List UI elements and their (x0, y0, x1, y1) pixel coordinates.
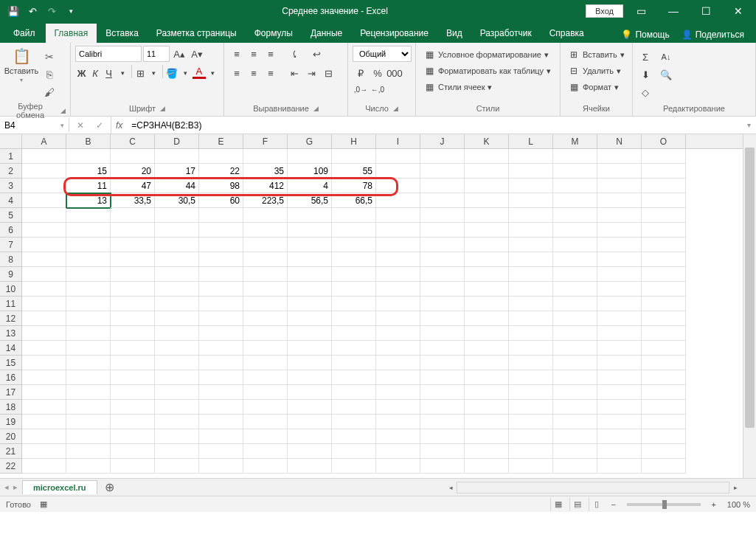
cell[interactable] (465, 326, 509, 341)
cell[interactable] (465, 370, 509, 385)
cell[interactable] (553, 297, 597, 311)
cell[interactable] (288, 282, 332, 297)
cell[interactable] (420, 400, 465, 415)
tab-insert[interactable]: Вставка (97, 24, 148, 43)
row-header[interactable]: 3 (0, 179, 21, 193)
cell[interactable] (465, 149, 509, 164)
cell[interactable] (597, 149, 642, 164)
column-header[interactable]: G (288, 134, 332, 148)
cell[interactable] (420, 385, 465, 400)
cell[interactable] (376, 444, 420, 459)
cell[interactable] (288, 238, 332, 252)
column-header[interactable]: A (22, 134, 66, 148)
tab-developer[interactable]: Разработчик (471, 24, 541, 43)
tab-data[interactable]: Данные (302, 24, 351, 43)
cell[interactable] (420, 282, 465, 297)
cell[interactable] (376, 193, 420, 208)
cell[interactable] (66, 267, 111, 282)
cell[interactable] (66, 385, 111, 400)
row-header[interactable]: 18 (0, 400, 21, 415)
cell[interactable] (376, 149, 420, 164)
cell[interactable] (642, 459, 686, 474)
column-header[interactable]: I (376, 134, 420, 148)
cell[interactable] (420, 267, 465, 282)
cell[interactable] (332, 208, 376, 223)
cell[interactable] (155, 326, 199, 341)
cell[interactable] (465, 341, 509, 356)
cell[interactable] (509, 444, 553, 459)
macro-record-icon[interactable]: ▦ (40, 499, 47, 509)
cell[interactable] (509, 326, 553, 341)
cell[interactable] (22, 149, 66, 164)
cell[interactable] (332, 459, 376, 474)
cell[interactable] (376, 252, 420, 267)
cell[interactable] (288, 400, 332, 415)
cell[interactable] (288, 326, 332, 341)
sheet-tab[interactable]: microexcel.ru (22, 480, 97, 494)
cell[interactable]: 35 (243, 164, 288, 179)
cell[interactable] (199, 311, 243, 326)
cell[interactable] (155, 223, 199, 238)
cell[interactable] (22, 356, 66, 370)
increase-decimal-icon[interactable]: ,0→ (353, 81, 369, 97)
cell[interactable] (332, 370, 376, 385)
merge-icon[interactable]: ⊟ (320, 65, 336, 81)
cell[interactable] (597, 341, 642, 356)
cell[interactable] (111, 267, 155, 282)
cell[interactable] (553, 326, 597, 341)
increase-indent-icon[interactable]: ⇥ (303, 65, 319, 81)
hscroll-left-icon[interactable]: ◂ (445, 482, 457, 493)
cell[interactable] (376, 267, 420, 282)
cell[interactable] (199, 356, 243, 370)
cell[interactable] (111, 370, 155, 385)
cell[interactable] (597, 238, 642, 252)
cell[interactable] (155, 370, 199, 385)
cell[interactable]: 412 (243, 179, 288, 193)
cell[interactable] (376, 238, 420, 252)
cell[interactable] (155, 400, 199, 415)
cell[interactable] (642, 267, 686, 282)
cell[interactable] (465, 459, 509, 474)
cell[interactable] (509, 193, 553, 208)
cell[interactable] (376, 179, 420, 193)
cell[interactable]: 44 (155, 179, 199, 193)
tab-formulas[interactable]: Формулы (246, 24, 302, 43)
cut-icon[interactable]: ✂ (41, 49, 58, 65)
cell[interactable] (420, 326, 465, 341)
vertical-scrollbar[interactable] (743, 134, 756, 478)
horizontal-scrollbar[interactable] (457, 482, 729, 493)
cell[interactable] (509, 223, 553, 238)
cell[interactable] (332, 149, 376, 164)
cell[interactable] (155, 459, 199, 474)
cell[interactable] (642, 297, 686, 311)
cell[interactable] (288, 223, 332, 238)
number-format-select[interactable]: Общий (353, 46, 412, 62)
cell[interactable] (465, 385, 509, 400)
cell[interactable] (553, 341, 597, 356)
cell[interactable]: 223,5 (243, 193, 288, 208)
cell[interactable] (332, 444, 376, 459)
insert-cells-button[interactable]: ⊞Вставить ▾ (565, 47, 628, 62)
cell[interactable] (243, 238, 288, 252)
cell[interactable] (465, 311, 509, 326)
cell[interactable] (288, 429, 332, 444)
cell[interactable] (332, 311, 376, 326)
row-header[interactable]: 14 (0, 341, 21, 356)
formula-input[interactable] (127, 119, 741, 132)
cell[interactable] (288, 415, 332, 429)
dialog-launcher-icon[interactable]: ◢ (313, 105, 319, 112)
cell[interactable]: 55 (332, 164, 376, 179)
cell[interactable] (332, 267, 376, 282)
cell[interactable] (111, 400, 155, 415)
cell[interactable] (465, 400, 509, 415)
cell[interactable] (465, 429, 509, 444)
cell[interactable] (66, 356, 111, 370)
row-header[interactable]: 21 (0, 444, 21, 459)
align-top-icon[interactable]: ≡ (229, 46, 245, 62)
column-header[interactable]: C (111, 134, 155, 148)
cell[interactable] (553, 193, 597, 208)
orientation-icon[interactable]: ⤹ (286, 46, 302, 62)
cell[interactable] (22, 341, 66, 356)
cell[interactable] (642, 223, 686, 238)
cell[interactable] (597, 370, 642, 385)
